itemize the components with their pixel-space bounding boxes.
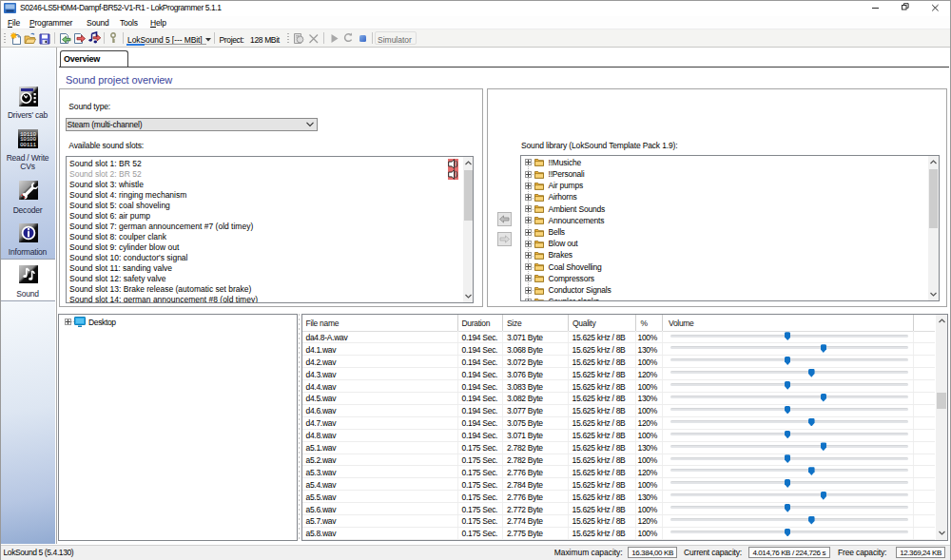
svg-text:00111: 00111 (20, 142, 36, 148)
